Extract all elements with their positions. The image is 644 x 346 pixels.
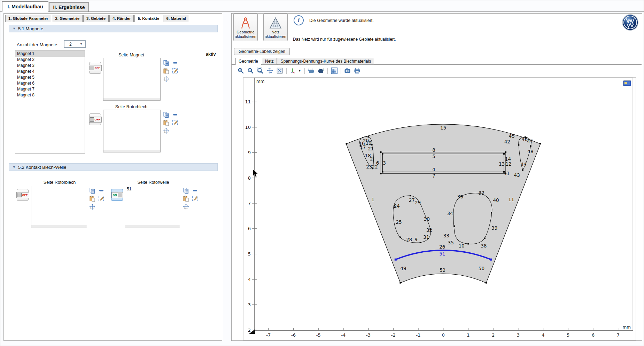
zoom-box-icon[interactable] [257,68,264,74]
zoom-to-selection-icon[interactable] [183,204,189,210]
list-item[interactable]: Magnet 1 [15,51,85,57]
remove-icon[interactable] [172,60,178,66]
svg-text:40: 40 [493,197,499,203]
clear-selection-icon[interactable] [172,68,178,74]
svg-text:41: 41 [504,171,510,176]
vw-logo [622,14,638,32]
tab-modellaufbau[interactable]: I. Modellaufbau [2,1,48,12]
kontakt-rotorblech-toggle[interactable]: OFF [17,189,29,201]
kontakt-rotorblech-selection-list[interactable] [31,186,87,228]
paste-icon[interactable] [89,196,95,202]
tab-netz[interactable]: Netz [262,58,277,65]
svg-text:36: 36 [457,194,463,199]
clear-selection-icon[interactable] [192,196,198,202]
update-geometry-button[interactable]: Geometrie aktualisieren [233,14,258,41]
list-item[interactable]: Magnet 3 [15,63,85,69]
svg-text:-1: -1 [416,332,421,338]
clear-selection-icon[interactable] [98,196,104,202]
paste-icon[interactable] [163,120,169,126]
zoom-to-selection-icon[interactable] [89,204,95,210]
section-header-kontakt[interactable]: ▼ 5.2 Kontakt Blech-Welle [9,163,218,171]
svg-text:10: 10 [245,125,251,130]
list-item[interactable]: 51 [125,186,180,192]
tab-1-globale-parameter[interactable]: 1. Globale Parameter [5,15,51,22]
zoom-to-selection-icon[interactable] [163,128,169,134]
button-label: Geometrie-Labels zeigen [239,49,285,54]
button-label: Netz [272,30,280,34]
zoom-out-icon[interactable] [247,68,254,74]
toggle-off-icon: OFF [89,65,102,71]
svg-text:21: 21 [368,146,374,151]
plot-window-icon[interactable] [623,80,631,88]
camera-icon[interactable] [344,68,351,74]
svg-text:28: 28 [406,237,412,242]
show-geometry-labels-button[interactable]: Geometrie-Labels zeigen [234,48,290,55]
paste-icon[interactable] [163,68,169,74]
svg-text:50: 50 [479,266,484,271]
tab-4-ränder[interactable]: 4. Ränder [109,15,134,22]
grid-icon[interactable] [331,68,337,74]
svg-text:33: 33 [443,233,449,238]
zoom-to-selection-icon[interactable] [163,76,169,82]
list-item[interactable]: Magnet 7 [15,86,85,92]
magnet-active-toggle[interactable]: OFF [89,62,101,74]
remove-icon[interactable] [172,112,178,118]
tab-3-gebiete[interactable]: 3. Gebiete [83,15,109,22]
tab-ergebnisse[interactable]: II. Ergebnisse [49,2,89,12]
copy-icon[interactable] [163,112,169,118]
anzahl-dropdown-value: 2 [64,42,80,47]
tabbar-divider [0,11,644,12]
seite-magnet-selection-list[interactable] [103,58,161,101]
toolbar-separator [327,68,328,74]
tab-5-kontakte[interactable]: 5. Kontakte [134,15,162,22]
printer-icon[interactable] [354,68,360,74]
zoom-extents-icon[interactable] [267,68,273,74]
copy-icon[interactable] [183,188,189,194]
kontakt-rotorblech-selection-icons [89,188,104,210]
copy-icon[interactable] [163,60,169,66]
tab-spannungs-dehnungs-kurve-des-blechmaterials[interactable]: Spannungs-Dehnungs-Kurve des Blechmateri… [278,58,374,65]
svg-text:-7: -7 [266,332,271,338]
anzahl-dropdown[interactable]: 2 ▼ [64,40,86,48]
svg-text:5: 5 [248,251,251,257]
tab-6-material[interactable]: 6. Material [163,15,189,22]
svg-text:8: 8 [432,147,435,153]
zoom-in-icon[interactable] [238,68,244,74]
axes-orientation-icon[interactable] [290,68,296,74]
section-title: 5.2 Kontakt Blech-Welle [18,165,67,170]
svg-text:7: 7 [616,332,619,338]
kontakt-rotorwelle-selection-list[interactable]: 51 [125,186,180,228]
magnet-listbox[interactable]: Magnet 1Magnet 2Magnet 3Magnet 4Magnet 5… [15,50,85,154]
remove-icon[interactable] [98,188,104,194]
copy-icon[interactable] [89,188,95,194]
svg-text:15: 15 [440,125,446,131]
list-item[interactable]: Magnet 5 [15,74,85,80]
list-item[interactable]: Magnet 8 [15,92,85,98]
svg-text:2: 2 [370,156,373,162]
list-item[interactable]: Magnet 4 [15,69,85,74]
graphics-canvas[interactable]: -7-6-5-4-3-2-101234567234567891011mmmm15… [243,77,636,340]
info-message-mesh: Das Netz wird nur für zugewiesene Gebiet… [293,37,396,42]
svg-text:1: 1 [371,197,374,202]
update-mesh-button[interactable]: Netz aktualisieren [263,14,288,41]
list-item[interactable]: Magnet 6 [15,80,85,86]
tab-geometrie[interactable]: Geometrie [235,58,261,65]
export-image-dark-icon[interactable] [318,68,324,74]
paste-icon[interactable] [183,196,189,202]
svg-text:9: 9 [414,237,418,242]
list-item[interactable]: Magnet 2 [15,57,85,63]
seite-rotorblech-selection-list[interactable] [103,110,161,152]
export-image-icon[interactable] [308,68,315,74]
seite-magnet-label: Seite Magnet [118,53,144,57]
section-header-magnete[interactable]: ▼ 5.1 Magnete [9,25,218,32]
rotorblech-active-toggle[interactable]: OFF [89,113,101,125]
tab-2-geometrie[interactable]: 2. Geometrie [52,15,83,22]
remove-icon[interactable] [192,188,198,194]
chevron-down-icon[interactable]: ▼ [298,69,301,72]
kontakt-rotorwelle-toggle[interactable]: ON [111,189,123,201]
fit-window-icon[interactable] [277,68,283,74]
svg-text:-5: -5 [316,332,321,338]
button-label: aktualisieren [235,34,256,39]
clear-selection-icon[interactable] [172,120,178,126]
svg-text:4: 4 [248,277,251,282]
